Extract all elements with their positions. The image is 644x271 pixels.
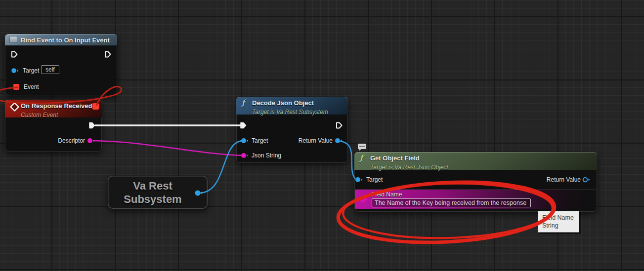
node-on-response-received[interactable]: On Response Received Custom Event Descri… [5,100,102,152]
bind-event-icon [9,36,17,43]
event-pin-label: Event [24,83,39,90]
node-subtitle: Target is Va Rest Subsystem [252,109,328,116]
node-subtitle: Custom Event [21,112,58,118]
wire-string[interactable] [93,141,242,155]
target-self-value[interactable]: self [41,65,59,74]
node-title: Get Object Field [370,155,420,162]
node-va-rest-subsystem[interactable]: Va Rest Subsystem [108,176,208,209]
node-decode-json-object[interactable]: ƒ Decode Json Object Target is Va Rest S… [236,97,348,163]
bind-event-node-header[interactable]: Bind Event to On Input Event [5,34,117,45]
compact-node-title: Va Rest Subsystem [124,179,181,206]
target-pin-label: Target [366,176,383,183]
return-value-pin-label: Return Value [547,176,581,183]
comment-bubble-icon[interactable] [357,143,367,153]
function-icon: ƒ [360,154,363,162]
target-object-pin[interactable] [10,67,18,75]
pin-tooltip: Field Name String [538,211,579,232]
tooltip-line-2: String [542,222,558,229]
get-object-field-node-header[interactable]: ƒ Get Object Field Target is Va Rest Jso… [354,152,597,170]
target-pin-label: Target [23,67,39,74]
blueprint-graph-canvas[interactable]: Bind Event to On Input Event Target self… [0,0,644,271]
on-response-node-header[interactable]: On Response Received Custom Event [5,100,102,117]
exec-out-pin[interactable] [104,50,112,58]
field-name-input[interactable] [372,198,531,207]
return-value-object-pin[interactable] [334,137,342,145]
descriptor-pin-label: Descriptor [58,137,85,144]
target-pin-label: Target [252,137,268,144]
return-value-object-pin[interactable] [582,176,590,184]
node-title: On Response Received [21,102,92,110]
target-object-pin[interactable] [354,176,362,184]
node-bind-event-to-on-input-event[interactable]: Bind Event to On Input Event Target self… [5,34,117,95]
custom-event-icon [10,102,19,114]
return-value-pin-label: Return Value [299,137,333,144]
subsystem-output-pin[interactable] [194,189,202,197]
node-title: Decode Json Object [252,99,314,107]
field-name-pin-label: Field Name [372,191,402,198]
target-object-pin[interactable] [240,137,248,145]
json-string-pin[interactable] [240,152,248,159]
node-title: Bind Event to On Input Event [21,37,110,44]
event-delegate-pin[interactable] [13,84,19,90]
exec-in-pin[interactable] [239,121,247,129]
json-string-pin-label: Json String [252,152,281,159]
node-subtitle: Target is Va Rest Json Object [370,164,448,171]
output-delegate-pin[interactable] [92,103,99,110]
exec-out-pin[interactable] [335,121,343,129]
exec-out-pin[interactable] [88,121,96,129]
decode-json-node-header[interactable]: ƒ Decode Json Object Target is Va Rest S… [236,97,348,115]
tooltip-line-1: Field Name [542,214,574,221]
node-get-object-field[interactable]: ƒ Get Object Field Target is Va Rest Jso… [354,152,597,212]
descriptor-string-pin[interactable] [86,137,94,145]
field-name-string-pin[interactable] [359,195,367,203]
field-name-pin-row[interactable]: Field Name [355,190,597,209]
exec-in-pin[interactable] [10,50,18,58]
function-icon: ƒ [242,98,245,107]
